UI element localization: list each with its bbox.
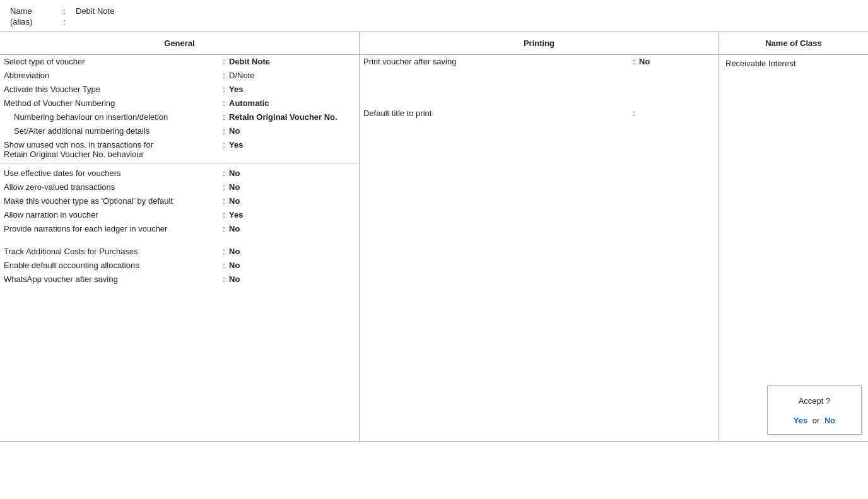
accept-or-label: or	[812, 416, 820, 425]
field-abbreviation: Abbreviation : D/Note	[0, 69, 359, 83]
accept-no-button[interactable]: No	[824, 416, 835, 425]
field-default-title-to-print: Default title to print :	[360, 107, 718, 120]
name-label: Name	[10, 6, 61, 16]
accept-options: Yes or No	[783, 416, 846, 425]
class-column: Name of Class Receivable Interest Accept…	[719, 32, 868, 441]
field-numbering-behaviour: Numbering behaviour on insertion/deletio…	[0, 110, 359, 124]
spacer-1	[0, 236, 359, 245]
name-value: Debit Note	[76, 6, 114, 16]
field-method-numbering: Method of Voucher Numbering : Automatic	[0, 97, 359, 110]
field-set-alter-numbering: Set/Alter additional numbering details :…	[0, 124, 359, 138]
field-provide-narrations: Provide narrations for each ledger in vo…	[0, 222, 359, 236]
name-colon: :	[63, 6, 73, 16]
class-header: Name of Class	[719, 32, 868, 55]
accept-title: Accept ?	[783, 396, 846, 406]
alias-label: (alias)	[10, 17, 61, 26]
header-section: Name : Debit Note (alias) :	[0, 0, 868, 32]
field-allow-zero-valued: Allow zero-valued transactions : No	[0, 180, 359, 194]
field-select-voucher-type: Select type of voucher : Debit Note	[0, 55, 359, 69]
alias-colon: :	[63, 17, 73, 26]
divider-1	[0, 163, 359, 164]
field-use-effective-dates: Use effective dates for vouchers : No	[0, 167, 359, 180]
field-show-unused-vch: Show unused vch nos. in transactions for…	[0, 138, 359, 161]
field-allow-narration: Allow narration in voucher : Yes	[0, 208, 359, 222]
field-activate-voucher-type: Activate this Voucher Type : Yes	[0, 83, 359, 97]
general-column: General Select type of voucher : Debit N…	[0, 32, 360, 441]
general-fields-group3: Track Additional Costs for Purchases : N…	[0, 245, 359, 286]
printing-header: Printing	[360, 32, 718, 55]
accept-yes-button[interactable]: Yes	[794, 416, 807, 425]
field-track-additional-costs: Track Additional Costs for Purchases : N…	[0, 245, 359, 259]
printing-column: Printing Print voucher after saving : No…	[360, 32, 719, 441]
printing-spacer	[360, 69, 718, 107]
field-whatsapp-voucher: WhatsApp voucher after saving : No	[0, 273, 359, 286]
field-print-voucher-after-saving: Print voucher after saving : No	[360, 55, 718, 69]
accept-dialog: Accept ? Yes or No	[767, 385, 862, 435]
field-optional-by-default: Make this voucher type as 'Optional' by …	[0, 194, 359, 208]
general-fields-group2: Use effective dates for vouchers : No Al…	[0, 167, 359, 236]
general-header: General	[0, 32, 359, 55]
general-fields-group1: Select type of voucher : Debit Note Abbr…	[0, 55, 359, 161]
class-item-receivable-interest: Receivable Interest	[719, 55, 868, 72]
main-table: General Select type of voucher : Debit N…	[0, 32, 868, 442]
field-enable-default-accounting: Enable default accounting allocations : …	[0, 259, 359, 273]
